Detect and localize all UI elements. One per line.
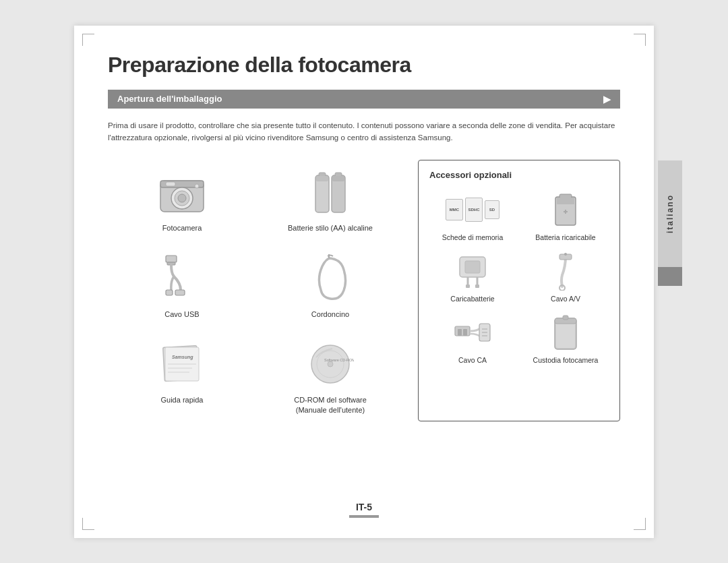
- svg-rect-15: [175, 290, 185, 295]
- svg-rect-37: [466, 285, 470, 288]
- svg-rect-30: [557, 198, 574, 204]
- strap-icon: [309, 251, 353, 305]
- list-item: Software CD-ROM CD-ROM del software(Manu…: [256, 332, 404, 421]
- guide-icon: Samsung: [158, 337, 206, 391]
- svg-point-26: [328, 361, 333, 367]
- corner-mark-bl: [82, 518, 94, 530]
- camera-case-label: Custodia fotocamera: [533, 356, 599, 364]
- svg-point-4: [178, 194, 186, 202]
- language-accent: [658, 267, 682, 286]
- svg-rect-43: [458, 329, 462, 336]
- list-item: Custodia fotocamera: [522, 312, 609, 364]
- svg-rect-9: [316, 176, 328, 181]
- charger-icon: [453, 251, 492, 291]
- language-sidebar: italiano: [658, 160, 682, 286]
- list-item: Batteria ricaricabile: [522, 189, 609, 241]
- cd-rom-icon: Software CD-ROM: [307, 337, 354, 391]
- accessories-box: Accessori opzionali MMC SDHC SD Schede d…: [418, 160, 620, 421]
- list-item: Cavo CA: [429, 312, 516, 364]
- page-number: IT-5: [349, 502, 379, 512]
- rechargeable-battery-label: Batteria ricaricabile: [535, 233, 595, 241]
- corner-mark-tr: [634, 34, 646, 46]
- list-item: Samsung Guida rapida: [108, 332, 256, 421]
- usb-cable-label: Cavo USB: [164, 309, 199, 320]
- svg-rect-13: [166, 256, 177, 262]
- rechargeable-battery-icon: [549, 189, 582, 230]
- list-item: Fotocamera: [108, 160, 256, 239]
- list-item: Cavo USB: [108, 246, 256, 325]
- cd-rom-label: CD-ROM del software(Manuale dell'utente): [294, 395, 367, 416]
- guide-label: Guida rapida: [161, 395, 204, 405]
- list-item: Cavo A/V: [522, 251, 609, 303]
- camera-case-icon: [551, 312, 580, 353]
- list-item: MMC SDHC SD Schede di memoria: [429, 189, 516, 241]
- svg-rect-52: [563, 316, 568, 320]
- memory-cards-label: Schede di memoria: [442, 233, 503, 241]
- memory-cards-icon: MMC SDHC SD: [446, 189, 499, 230]
- list-item: Caricabatterie: [429, 251, 516, 303]
- svg-point-41: [564, 253, 567, 256]
- accessories-grid: MMC SDHC SD Schede di memoria: [429, 189, 609, 364]
- corner-mark-br: [634, 518, 646, 530]
- language-label: italiano: [658, 160, 682, 267]
- main-content: Fotocamera Batterie stilo (AA) alcaline: [108, 160, 620, 421]
- ca-cable-label: Cavo CA: [458, 356, 487, 364]
- svg-text:Software CD-ROM: Software CD-ROM: [324, 358, 354, 362]
- charger-label: Caricabatterie: [450, 295, 494, 303]
- list-item: Cordoncino: [256, 246, 404, 325]
- page-title: Preparazione della fotocamera: [108, 53, 620, 78]
- svg-rect-44: [463, 329, 467, 336]
- camera-label: Fotocamera: [162, 223, 202, 233]
- section-header: Apertura dell'imballaggio ▶: [108, 90, 620, 109]
- page-number-section: IT-5: [349, 502, 379, 518]
- section-header-label: Apertura dell'imballaggio: [117, 94, 222, 104]
- svg-rect-16: [166, 290, 173, 295]
- batteries-label: Batterie stilo (AA) alcaline: [288, 223, 373, 233]
- batteries-icon: [310, 165, 351, 219]
- svg-rect-12: [332, 176, 344, 181]
- accessories-title: Accessori opzionali: [429, 170, 609, 180]
- page-number-accent: [349, 515, 379, 518]
- list-item: Batterie stilo (AA) alcaline: [256, 160, 404, 239]
- svg-text:Samsung: Samsung: [172, 355, 193, 360]
- ca-cable-icon: [452, 312, 493, 353]
- svg-rect-34: [465, 261, 480, 273]
- av-cable-label: Cavo A/V: [551, 295, 580, 303]
- section-header-arrow: ▶: [603, 94, 611, 105]
- usb-cable-icon: [160, 251, 204, 305]
- strap-label: Cordoncino: [311, 309, 349, 320]
- included-items-grid: Fotocamera Batterie stilo (AA) alcaline: [108, 160, 404, 421]
- svg-rect-42: [455, 326, 470, 336]
- svg-point-6: [195, 184, 199, 188]
- svg-rect-5: [166, 182, 175, 186]
- corner-mark-tl: [82, 34, 94, 46]
- svg-rect-38: [475, 285, 479, 288]
- intro-text: Prima di usare il prodotto, controllare …: [108, 119, 620, 144]
- av-cable-icon: [549, 251, 582, 291]
- camera-icon: [155, 165, 209, 219]
